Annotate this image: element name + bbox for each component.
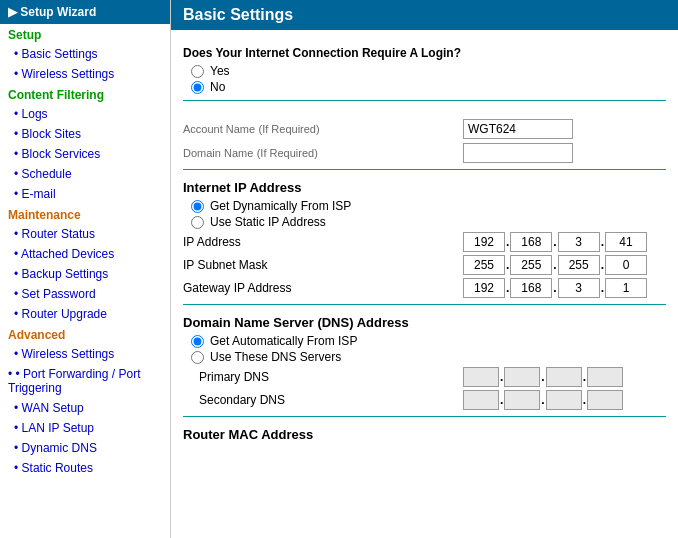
sidebar-item-attached-devices[interactable]: Attached Devices — [0, 244, 170, 264]
radio-row-dynamic: Get Dynamically From ISP — [191, 199, 666, 213]
sidebar-item-block-sites[interactable]: Block Sites — [0, 124, 170, 144]
ip-subnet-row: IP Subnet Mask . . . — [183, 255, 666, 275]
ip-subnet-fields: . . . — [463, 255, 647, 275]
sidebar: ▶ Setup Wizard Setup Basic Settings Wire… — [0, 0, 171, 538]
sidebar-item-email[interactable]: E-mail — [0, 184, 170, 204]
sidebar-item-static-routes[interactable]: Static Routes — [0, 458, 170, 478]
section-content-filtering: Content Filtering — [0, 84, 170, 104]
internet-ip-section-title: Internet IP Address — [183, 180, 666, 195]
secondary-dns-row: Secondary DNS . . . — [183, 390, 666, 410]
radio-auto-dns[interactable] — [191, 335, 204, 348]
ip-address-fields: . . . — [463, 232, 647, 252]
radio-no-label: No — [210, 80, 225, 94]
sidebar-item-block-services[interactable]: Block Services — [0, 144, 170, 164]
domain-name-row: Domain Name (If Required) — [183, 143, 666, 163]
primary-dns-label: Primary DNS — [183, 370, 463, 384]
gateway-octet-2[interactable] — [510, 278, 552, 298]
subnet-octet-4[interactable] — [605, 255, 647, 275]
primary-dns-row: Primary DNS . . . — [183, 367, 666, 387]
gateway-fields: . . . — [463, 278, 647, 298]
login-question: Does Your Internet Connection Require A … — [183, 46, 666, 60]
ip-octet-4[interactable] — [605, 232, 647, 252]
domain-name-label: Domain Name (If Required) — [183, 146, 463, 160]
section-setup: Setup — [0, 24, 170, 44]
page-title: Basic Settings — [171, 0, 678, 30]
sidebar-item-logs[interactable]: Logs — [0, 104, 170, 124]
radio-dynamic-ip[interactable] — [191, 200, 204, 213]
account-name-row: Account Name (If Required) — [183, 119, 666, 139]
gateway-octet-3[interactable] — [558, 278, 600, 298]
secondary-dns-octet-2[interactable] — [504, 390, 540, 410]
ip-octet-3[interactable] — [558, 232, 600, 252]
secondary-dns-octet-1[interactable] — [463, 390, 499, 410]
setup-wizard-header[interactable]: ▶ Setup Wizard — [0, 0, 170, 24]
gateway-octet-4[interactable] — [605, 278, 647, 298]
gateway-octet-1[interactable] — [463, 278, 505, 298]
radio-static-label: Use Static IP Address — [210, 215, 326, 229]
account-name-input[interactable] — [463, 119, 573, 139]
main-content: Basic Settings Does Your Internet Connec… — [171, 0, 678, 538]
radio-row-static: Use Static IP Address — [191, 215, 666, 229]
primary-dns-octet-4[interactable] — [587, 367, 623, 387]
radio-yes[interactable] — [191, 65, 204, 78]
secondary-dns-octet-4[interactable] — [587, 390, 623, 410]
radio-yes-label: Yes — [210, 64, 230, 78]
sidebar-item-set-password[interactable]: Set Password — [0, 284, 170, 304]
secondary-dns-label: Secondary DNS — [183, 393, 463, 407]
radio-row-manual-dns: Use These DNS Servers — [191, 350, 666, 364]
dns-section-title: Domain Name Server (DNS) Address — [183, 315, 666, 330]
ip-subnet-label: IP Subnet Mask — [183, 258, 463, 272]
ip-octet-2[interactable] — [510, 232, 552, 252]
router-mac-section-title: Router MAC Address — [183, 427, 666, 442]
divider-3 — [183, 304, 666, 305]
section-advanced: Advanced — [0, 324, 170, 344]
gateway-row: Gateway IP Address . . . — [183, 278, 666, 298]
sidebar-item-wireless-settings-adv[interactable]: Wireless Settings — [0, 344, 170, 364]
sidebar-item-basic-settings[interactable]: Basic Settings — [0, 44, 170, 64]
secondary-dns-octet-3[interactable] — [546, 390, 582, 410]
gateway-label: Gateway IP Address — [183, 281, 463, 295]
radio-manual-dns[interactable] — [191, 351, 204, 364]
radio-row-yes: Yes — [191, 64, 666, 78]
domain-name-input[interactable] — [463, 143, 573, 163]
secondary-dns-fields: . . . — [463, 390, 623, 410]
radio-static-ip[interactable] — [191, 216, 204, 229]
subnet-octet-3[interactable] — [558, 255, 600, 275]
account-name-label: Account Name (If Required) — [183, 122, 463, 136]
divider-4 — [183, 416, 666, 417]
ip-address-label: IP Address — [183, 235, 463, 249]
divider-1 — [183, 100, 666, 101]
radio-row-auto-dns: Get Automatically From ISP — [191, 334, 666, 348]
primary-dns-octet-2[interactable] — [504, 367, 540, 387]
sidebar-item-router-status[interactable]: Router Status — [0, 224, 170, 244]
divider-2 — [183, 169, 666, 170]
sidebar-item-backup-settings[interactable]: Backup Settings — [0, 264, 170, 284]
ip-address-row: IP Address . . . — [183, 232, 666, 252]
subnet-octet-2[interactable] — [510, 255, 552, 275]
radio-auto-dns-label: Get Automatically From ISP — [210, 334, 357, 348]
ip-octet-1[interactable] — [463, 232, 505, 252]
sidebar-item-router-upgrade[interactable]: Router Upgrade — [0, 304, 170, 324]
radio-dynamic-label: Get Dynamically From ISP — [210, 199, 351, 213]
sidebar-item-schedule[interactable]: Schedule — [0, 164, 170, 184]
sidebar-item-lan-ip-setup[interactable]: LAN IP Setup — [0, 418, 170, 438]
subnet-octet-1[interactable] — [463, 255, 505, 275]
primary-dns-fields: . . . — [463, 367, 623, 387]
section-maintenance: Maintenance — [0, 204, 170, 224]
radio-manual-dns-label: Use These DNS Servers — [210, 350, 341, 364]
sidebar-item-wireless-settings-setup[interactable]: Wireless Settings — [0, 64, 170, 84]
radio-no[interactable] — [191, 81, 204, 94]
sidebar-item-wan-setup[interactable]: WAN Setup — [0, 398, 170, 418]
primary-dns-octet-1[interactable] — [463, 367, 499, 387]
sidebar-item-port-forwarding[interactable]: • Port Forwarding / Port Triggering — [0, 364, 170, 398]
primary-dns-octet-3[interactable] — [546, 367, 582, 387]
sidebar-item-dynamic-dns[interactable]: Dynamic DNS — [0, 438, 170, 458]
radio-row-no: No — [191, 80, 666, 94]
